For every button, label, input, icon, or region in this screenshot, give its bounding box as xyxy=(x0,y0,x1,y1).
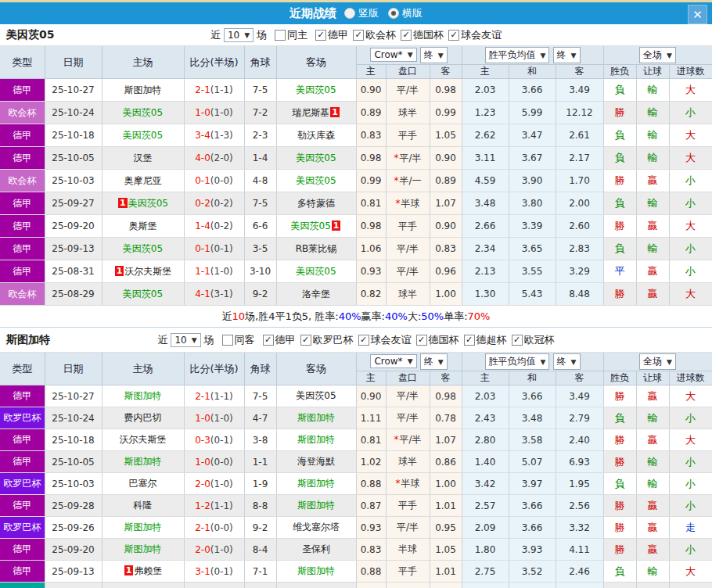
home-team-cell[interactable]: 科隆 xyxy=(102,495,184,517)
summary-segment: 单率: xyxy=(444,310,467,324)
handicap-cell: *平/半 xyxy=(386,147,430,170)
home-team-cell[interactable]: 奥摩尼亚 xyxy=(102,170,184,192)
away-team-cell[interactable]: 美因茨05 xyxy=(276,79,356,102)
away-team-cell[interactable]: 斯图加特 xyxy=(276,561,356,583)
odds-time-select[interactable]: 终▼ xyxy=(420,47,448,63)
home-team-cell[interactable]: 1沃尔夫斯堡 xyxy=(102,260,184,283)
checkbox-checked-icon[interactable]: ✓ xyxy=(315,30,326,41)
avg-away-cell: 1.70 xyxy=(556,170,603,192)
close-icon[interactable]: ✕ xyxy=(688,5,707,24)
away-team-cell[interactable]: 勒沃库森 xyxy=(276,124,356,147)
away-team-cell[interactable]: 美因茨05 xyxy=(276,260,356,283)
checkbox-checked-icon[interactable]: ✓ xyxy=(464,335,475,346)
checkbox-checked-icon[interactable]: ✓ xyxy=(448,30,459,41)
avg-odds-select[interactable]: 胜平负均值▼ xyxy=(485,47,550,63)
home-team-cell[interactable]: 美因茨05 xyxy=(102,124,184,147)
away-team-cell[interactable]: 海登海默 xyxy=(276,451,356,473)
match-row: 德甲25-10-27斯图加特2-1(1-1)7-5美因茨050.90平/半0.9… xyxy=(0,79,712,102)
team-name-label: 维戈塞尔塔 xyxy=(293,522,340,532)
avg-time-select[interactable]: 终▼ xyxy=(553,47,581,63)
avg-odds-select[interactable]: 胜平负均值▼ xyxy=(485,353,550,370)
radio-vertical-layout[interactable]: 竖版 xyxy=(344,6,379,20)
home-team-cell[interactable]: 巴塞尔 xyxy=(102,473,184,495)
away-team-cell[interactable]: 美因茨051 xyxy=(276,215,356,238)
checkbox-icon[interactable] xyxy=(275,30,286,41)
let-ball-result-cell: 輸 xyxy=(636,102,669,124)
league-filter-德超杯[interactable]: ✓德超杯 xyxy=(464,333,507,347)
radio-horizontal-layout[interactable]: 横版 xyxy=(388,6,423,20)
away-team-cell[interactable]: 斯图加特 xyxy=(276,407,356,429)
away-odds-cell: 1.07 xyxy=(430,429,462,451)
scope-select[interactable]: 全场▼ xyxy=(639,47,676,63)
away-team-cell[interactable]: RB莱比锡 xyxy=(276,238,356,260)
home-team-cell[interactable]: 斯图加特 xyxy=(102,539,184,561)
away-team-cell[interactable]: 瑞尼斯基1 xyxy=(276,102,356,124)
home-team-cell[interactable]: 美因茨05 xyxy=(102,238,184,260)
summary-segment: 70% xyxy=(468,310,491,322)
league-filter-球会友谊[interactable]: ✓球会友谊 xyxy=(358,333,412,347)
same-venue-filter[interactable]: 同客 xyxy=(222,333,255,347)
league-filter-德甲[interactable]: ✓德甲 xyxy=(263,333,296,347)
away-team-cell[interactable]: 斯图加特 xyxy=(276,473,356,495)
away-team-cell[interactable]: 美因茨05 xyxy=(276,170,356,192)
avg-home-cell: 4.59 xyxy=(462,170,509,192)
checkbox-checked-icon[interactable]: ✓ xyxy=(358,335,369,346)
home-odds-cell: 0.98 xyxy=(356,215,386,238)
let-ball-result-cell: 輸 xyxy=(636,451,669,473)
bookmaker-select[interactable]: Crow*▼ xyxy=(370,354,416,368)
home-team-cell[interactable]: 1弗赖堡 xyxy=(102,561,184,583)
league-filter-德国杯[interactable]: ✓德国杯 xyxy=(416,333,459,347)
col-handicap: 盘口 xyxy=(386,371,430,385)
games-count-value: 10 xyxy=(174,335,186,346)
checkbox-checked-icon[interactable]: ✓ xyxy=(353,30,364,41)
home-team-cell[interactable]: 斯图加特 xyxy=(102,517,184,539)
same-venue-filter[interactable]: 同主 xyxy=(275,28,307,42)
radio-selected-icon[interactable] xyxy=(388,8,399,19)
league-filter-label: 德国杯 xyxy=(413,28,444,42)
home-team-cell[interactable]: 沃尔夫斯堡 xyxy=(102,429,184,451)
league-filter-球会友谊[interactable]: ✓球会友谊 xyxy=(448,28,502,42)
radio-icon[interactable] xyxy=(344,8,355,19)
league-filter-欧罗巴杯[interactable]: ✓欧罗巴杯 xyxy=(300,333,354,347)
games-count-select[interactable]: 10 ▼ xyxy=(224,28,254,42)
away-team-cell[interactable]: 维戈塞尔塔 xyxy=(276,517,356,539)
summary-segment: 大: xyxy=(408,310,421,324)
home-team-cell[interactable]: 1美因茨05 xyxy=(102,192,184,215)
home-team-cell[interactable]: 美因茨05 xyxy=(102,283,184,306)
league-filter-德甲[interactable]: ✓德甲 xyxy=(315,28,348,42)
avg-away-cell: 2.60 xyxy=(556,215,603,238)
checkbox-checked-icon[interactable]: ✓ xyxy=(300,335,311,346)
odds-time-select[interactable]: 终▼ xyxy=(420,353,448,370)
league-filter-欧冠杯[interactable]: ✓欧冠杯 xyxy=(512,333,555,347)
avg-time-select[interactable]: 终▼ xyxy=(553,353,581,370)
checkbox-checked-icon[interactable]: ✓ xyxy=(263,335,274,346)
away-team-cell[interactable]: 美因茨05 xyxy=(276,147,356,170)
league-filter-德国杯[interactable]: ✓德国杯 xyxy=(401,28,444,42)
scope-select[interactable]: 全场▼ xyxy=(639,353,676,370)
away-team-cell[interactable]: 美因茨05 xyxy=(276,385,356,407)
home-team-cell[interactable]: 斯图加特 xyxy=(102,385,184,407)
away-team-cell[interactable]: 斯图加特 xyxy=(276,429,356,451)
checkbox-checked-icon[interactable]: ✓ xyxy=(512,335,523,346)
home-team-cell[interactable]: 费内巴切 xyxy=(102,407,184,429)
goals-result-cell: 大 xyxy=(669,147,712,170)
bookmaker-select[interactable]: Crow*▼ xyxy=(370,48,416,62)
games-count-select[interactable]: 10 ▼ xyxy=(171,333,200,347)
home-team-cell[interactable]: 汉堡 xyxy=(102,147,184,170)
checkbox-checked-icon[interactable]: ✓ xyxy=(401,30,412,41)
away-team-cell[interactable]: 斯图加特 xyxy=(276,583,356,588)
checkbox-icon[interactable] xyxy=(222,335,233,346)
away-team-cell[interactable]: 斯图加特 xyxy=(276,495,356,517)
home-team-cell[interactable]: 奥斯堡 xyxy=(102,215,184,238)
away-team-cell[interactable]: 圣保利 xyxy=(276,539,356,561)
checkbox-checked-icon[interactable]: ✓ xyxy=(416,335,427,346)
home-team-cell[interactable]: 斯图加特 xyxy=(102,451,184,473)
home-team-cell[interactable]: 美因茨05 xyxy=(102,102,184,124)
away-team-cell[interactable]: 多特蒙德 xyxy=(276,192,356,215)
match-date: 25-10-03 xyxy=(45,170,102,192)
home-team-cell[interactable]: 格罗萨斯帕赫 xyxy=(102,583,184,588)
home-team-cell[interactable]: 斯图加特 xyxy=(102,79,184,102)
half-score: (1-0) xyxy=(210,479,233,489)
away-team-cell[interactable]: 洛辛堡 xyxy=(276,283,356,306)
league-filter-欧会杯[interactable]: ✓欧会杯 xyxy=(353,28,396,42)
